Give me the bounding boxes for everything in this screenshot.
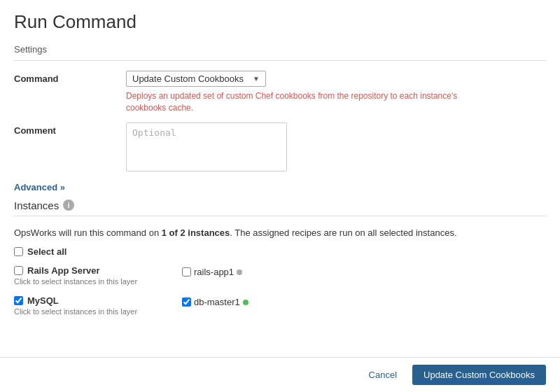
layer-right-rails: rails-app1	[182, 265, 242, 286]
instances-desc-bold: 1 of 2 instances	[162, 227, 230, 238]
layer-section-rails: Rails App Server Click to select instanc…	[14, 265, 546, 286]
instances-title: Instances	[14, 200, 59, 211]
instances-description: OpsWorks will run this command on 1 of 2…	[14, 226, 546, 240]
instance-db-master1: db-master1	[182, 297, 248, 307]
instances-header: Instances i	[14, 200, 546, 211]
submit-button[interactable]: Update Custom Cookbooks	[412, 365, 546, 385]
layer-name-rails: Rails App Server	[14, 265, 182, 276]
comment-textarea[interactable]	[126, 122, 287, 172]
layer-left-rails: Rails App Server Click to select instanc…	[14, 265, 182, 286]
advanced-link[interactable]: Advanced »	[14, 182, 65, 192]
status-dot-db-master1	[243, 300, 248, 305]
footer: Cancel Update Custom Cookbooks	[0, 357, 560, 392]
instance-checkbox-rails-app1[interactable]	[182, 267, 191, 276]
cancel-button[interactable]: Cancel	[360, 365, 405, 384]
instances-desc-prefix: OpsWorks will run this command on	[14, 227, 162, 238]
command-select[interactable]: Update Custom Cookbooks ▼	[126, 71, 266, 87]
layer-hint-rails: Click to select instances in this layer	[14, 277, 182, 286]
layer-label-rails: Rails App Server	[27, 265, 100, 276]
layer-label-mysql: MySQL	[27, 295, 59, 306]
page-container: Run Command Settings Command Update Cust…	[0, 0, 560, 392]
settings-divider	[14, 60, 546, 61]
layer-section-mysql: MySQL Click to select instances in this …	[14, 295, 546, 316]
info-icon[interactable]: i	[63, 200, 74, 211]
instance-label-rails-app1: rails-app1	[194, 267, 234, 277]
command-control-area: Update Custom Cookbooks ▼ Deploys an upd…	[126, 71, 546, 114]
layer-right-mysql: db-master1	[182, 295, 248, 316]
page-title: Run Command	[14, 11, 546, 33]
command-row: Command Update Custom Cookbooks ▼ Deploy…	[14, 71, 546, 114]
instance-rails-app1: rails-app1	[182, 267, 242, 277]
select-all-checkbox[interactable]	[14, 247, 23, 256]
chevron-down-icon: ▼	[253, 75, 260, 83]
select-all-row: Select all	[14, 246, 546, 257]
layer-checkbox-mysql[interactable]	[14, 296, 23, 305]
select-all-label: Select all	[27, 246, 66, 257]
layer-checkbox-rails[interactable]	[14, 266, 23, 275]
comment-label: Comment	[14, 122, 126, 136]
instance-label-db-master1: db-master1	[194, 297, 240, 307]
command-label: Command	[14, 71, 126, 84]
layer-left-mysql: MySQL Click to select instances in this …	[14, 295, 182, 316]
comment-row: Comment	[14, 122, 546, 174]
settings-section-label: Settings	[14, 44, 546, 55]
comment-control-area	[126, 122, 546, 174]
command-description: Deploys an updated set of custom Chef co…	[126, 90, 476, 114]
layer-hint-mysql: Click to select instances in this layer	[14, 307, 182, 316]
command-select-value: Update Custom Cookbooks	[132, 74, 244, 84]
instances-divider	[14, 216, 546, 216]
instance-checkbox-db-master1[interactable]	[182, 298, 191, 307]
layer-name-mysql: MySQL	[14, 295, 182, 306]
instances-desc-suffix: . The assigned recipes are run on all se…	[230, 227, 456, 238]
status-dot-rails-app1	[237, 270, 242, 275]
